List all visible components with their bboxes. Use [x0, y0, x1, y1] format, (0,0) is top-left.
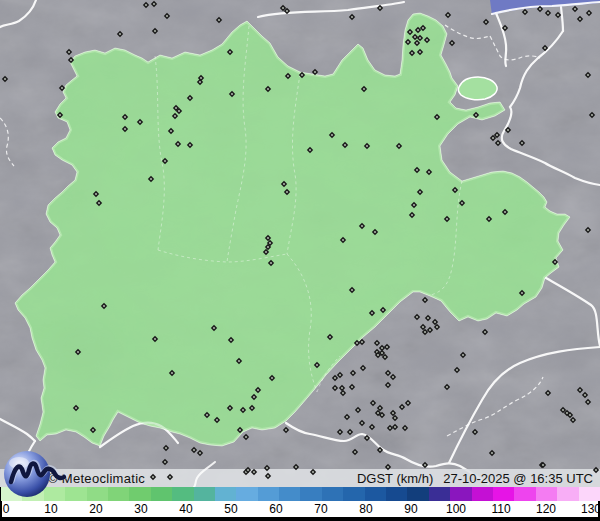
legend-tick-label: 40	[179, 502, 192, 516]
legend-tick-label: 70	[314, 502, 327, 516]
timestamp-label: 27-10-2025 @ 16:35 UTC	[443, 471, 593, 486]
legend-tick-label: 80	[359, 502, 372, 516]
legend-tick-label: 60	[269, 502, 282, 516]
variable-label: DGST (km/h)	[357, 471, 433, 486]
legend-tick-label: 30	[134, 502, 147, 516]
legend-tick-label: 90	[404, 502, 417, 516]
bottom-border	[0, 517, 600, 521]
legend-tick-label: 110	[491, 502, 510, 516]
legend-tick-labels: 0102030405060708090100110120130	[0, 501, 600, 517]
legend-tick-label: 130	[581, 502, 600, 516]
map-title-text: DGST (km/h)27-10-2025 @ 16:35 UTC	[357, 470, 593, 487]
legend-tick-label: 10	[44, 502, 57, 516]
legend-tick-label: 50	[224, 502, 237, 516]
legend-tick-label: 120	[536, 502, 556, 516]
legend-color-bar	[0, 487, 600, 501]
legend-tick-label: 20	[89, 502, 102, 516]
weather-map-window: © Meteoclimatic DGST (km/h)27-10-2025 @ …	[0, 0, 600, 521]
legend-tick-label: 0	[3, 502, 10, 516]
legend-tick-label: 100	[446, 502, 466, 516]
meteoclimatic-logo[interactable]	[2, 448, 68, 500]
map-canvas	[0, 0, 600, 521]
region-exclave	[458, 77, 497, 100]
